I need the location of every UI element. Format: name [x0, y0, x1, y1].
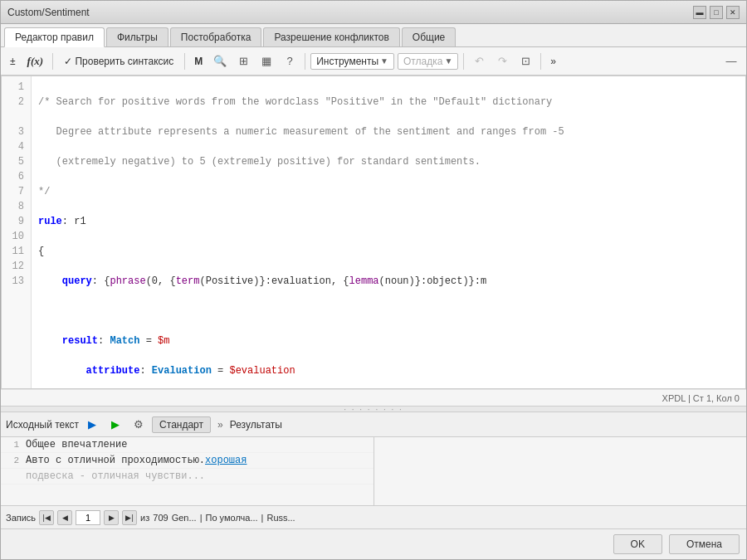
last-record-button[interactable]: ▶| — [122, 510, 137, 525]
external-button[interactable]: ⊡ — [515, 51, 535, 71]
maximize-button[interactable]: □ — [710, 6, 723, 19]
bottom-toolbar: Исходный текст ▶ ▶ ⚙ Стандарт » Результа… — [1, 412, 746, 437]
results-label: Результаты — [230, 419, 282, 431]
russ-label: Russ... — [266, 513, 295, 523]
redo-button[interactable]: ↷ — [492, 51, 512, 71]
window-title: Custom/Sentiment — [7, 7, 90, 18]
record-label: Запись — [6, 513, 36, 523]
ok-button[interactable]: OK — [613, 534, 662, 554]
line-numbers: 1 2 3 4 5 6 7 8 9 10 11 12 13 — [2, 76, 32, 388]
tab-bar: Редактор правил Фильтры Постобработка Ра… — [1, 24, 746, 47]
tab-general[interactable]: Общие — [402, 27, 456, 46]
check-syntax-button[interactable]: ✓ Проверить синтаксис — [58, 53, 179, 70]
toolbar-sep-3 — [305, 53, 305, 70]
source-label: Исходный текст — [6, 419, 79, 431]
table-button[interactable]: ▦ — [256, 51, 276, 71]
toolbar-sep-4 — [463, 53, 464, 70]
code-editor[interactable]: 1 2 3 4 5 6 7 8 9 10 11 12 13 /* Search … — [1, 75, 746, 389]
tools-label: Инструменты — [316, 56, 378, 67]
panel-resizer[interactable]: · · · · · · · · — [1, 406, 746, 412]
row-text-2: Авто с отличной проходимостью.хорошая — [26, 455, 247, 466]
close-button[interactable]: ✕ — [726, 6, 740, 19]
undo-button[interactable]: ↶ — [469, 51, 489, 71]
toolbar-sep-1 — [52, 53, 53, 70]
m-button[interactable]: M — [190, 53, 207, 70]
play-button[interactable]: ▶ — [82, 415, 102, 435]
footer: OK Отмена — [1, 528, 746, 559]
record-total: 709 — [153, 513, 168, 523]
panel-arrow: » — [214, 419, 227, 431]
row-text-1: Общее впечатление — [26, 439, 127, 450]
tab-conflicts[interactable]: Разрешение конфликтов — [263, 27, 399, 46]
row-num-1: 1 — [6, 440, 19, 450]
tab-editor[interactable]: Редактор правил — [4, 27, 105, 47]
source-row: 2 Авто с отличной проходимостью.хорошая — [1, 453, 374, 469]
gen-label: Gen... — [172, 513, 197, 523]
standard-button[interactable]: Стандарт — [152, 416, 211, 433]
row-num-3 — [6, 471, 19, 481]
debug-label: Отладка — [403, 56, 442, 67]
play-all-button[interactable]: ▶ — [105, 415, 125, 435]
prev-record-button[interactable]: ◀ — [57, 510, 72, 525]
toolbar-sep-5 — [540, 53, 541, 70]
source-row: подвеска - отличная чувстви... — [1, 469, 374, 485]
settings-button[interactable]: ⚙ — [129, 415, 149, 435]
window-controls: ▬ □ ✕ — [693, 6, 740, 19]
cancel-button[interactable]: Отмена — [669, 534, 740, 554]
title-bar: Custom/Sentiment ▬ □ ✕ — [1, 1, 746, 24]
results-panel — [374, 437, 747, 505]
bottom-content: 1 Общее впечатление 2 Авто с отличной пр… — [1, 437, 746, 505]
tab-postprocess[interactable]: Постобработка — [170, 27, 262, 46]
bottom-panel: Исходный текст ▶ ▶ ⚙ Стандарт » Результа… — [1, 412, 746, 528]
code-text[interactable]: /* Search for positive words from the wo… — [32, 76, 745, 388]
search-button[interactable]: 🔍 — [210, 51, 230, 71]
editor-status-bar: XPDL | Ст 1, Кол 0 — [1, 389, 746, 406]
debug-dropdown[interactable]: Отладка ▼ — [398, 53, 458, 70]
tools-chevron-icon: ▼ — [380, 56, 388, 66]
editor-status-text: XPDL | Ст 1, Кол 0 — [662, 393, 740, 403]
debug-chevron-icon: ▼ — [444, 56, 452, 66]
source-row: 1 Общее впечатление — [1, 437, 374, 453]
next-record-button[interactable]: ▶ — [104, 510, 119, 525]
nav-bar: Запись |◀ ◀ ▶ ▶| из 709 Gen... | По умол… — [1, 505, 746, 528]
record-input[interactable] — [76, 510, 100, 525]
editor-toolbar: ± f(x) ✓ Проверить синтаксис M 🔍 ⊞ ▦ ? И… — [1, 47, 746, 75]
row-num-2: 2 — [6, 455, 19, 465]
source-rows: 1 Общее впечатление 2 Авто с отличной пр… — [1, 437, 374, 505]
fx-button[interactable]: f(x) — [23, 52, 48, 71]
row-text-3: подвеска - отличная чувстви... — [26, 470, 205, 482]
tools-dropdown[interactable]: Инструменты ▼ — [310, 53, 394, 70]
separator: | — [200, 513, 203, 523]
source-panel: 1 Общее впечатление 2 Авто с отличной пр… — [1, 437, 374, 505]
first-record-button[interactable]: |◀ — [39, 510, 54, 525]
help-button[interactable]: ? — [280, 51, 300, 71]
main-window: Custom/Sentiment ▬ □ ✕ Редактор правил Ф… — [0, 0, 747, 560]
separator2: | — [261, 513, 264, 523]
default-label: По умолча... — [205, 513, 257, 523]
record-total-label: из — [140, 513, 149, 523]
more-button[interactable]: » — [546, 53, 560, 70]
minimize-panel-button[interactable]: — — [721, 51, 741, 71]
toolbar-sep-2 — [184, 53, 185, 70]
tab-filters[interactable]: Фильтры — [106, 27, 168, 46]
grid-button[interactable]: ⊞ — [233, 51, 253, 71]
insert-button[interactable]: ± — [6, 53, 20, 70]
minimize-button[interactable]: ▬ — [693, 6, 706, 19]
